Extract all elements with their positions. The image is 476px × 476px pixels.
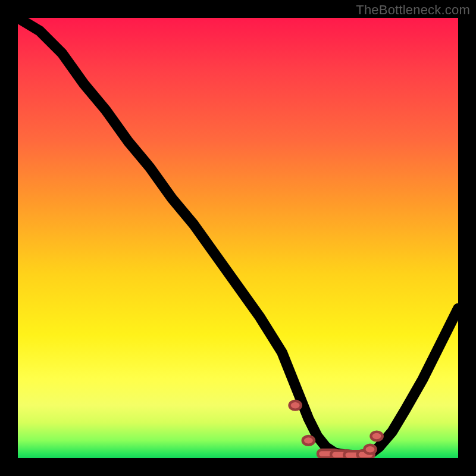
bottleneck-curve: [18, 18, 458, 455]
optimal-marker: [371, 432, 382, 441]
optimal-marker: [290, 401, 301, 410]
plot-area: [18, 18, 458, 458]
optimal-marker: [303, 436, 314, 445]
watermark-text: TheBottleneck.com: [356, 2, 470, 18]
curve-layer: [18, 18, 458, 458]
optimal-marker: [364, 445, 375, 454]
chart-frame: TheBottleneck.com: [0, 0, 476, 476]
